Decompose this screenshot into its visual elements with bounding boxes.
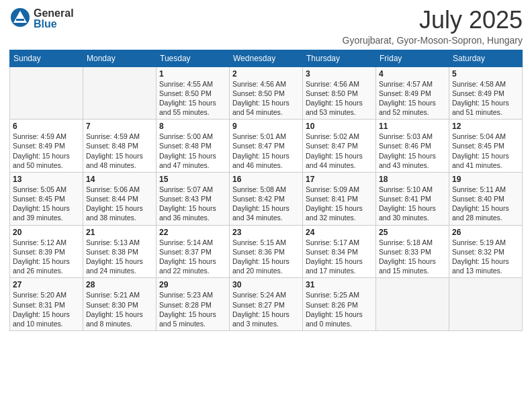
day-info: Sunrise: 5:20 AMSunset: 8:31 PMDaylight:… — [13, 290, 80, 328]
day-number: 5 — [452, 69, 519, 79]
day-info: Sunrise: 5:13 AMSunset: 8:38 PMDaylight:… — [86, 238, 153, 276]
day-number: 18 — [379, 175, 446, 184]
day-info: Sunrise: 5:11 AMSunset: 8:40 PMDaylight:… — [452, 185, 519, 223]
day-cell: 30Sunrise: 5:24 AMSunset: 8:27 PMDayligh… — [230, 278, 303, 331]
day-cell: 18Sunrise: 5:10 AMSunset: 8:41 PMDayligh… — [376, 172, 449, 225]
day-cell — [376, 278, 449, 331]
day-info: Sunrise: 5:12 AMSunset: 8:39 PMDaylight:… — [13, 238, 80, 276]
logo-general: General — [34, 8, 74, 19]
day-number: 21 — [86, 228, 153, 237]
day-info: Sunrise: 4:59 AMSunset: 8:48 PMDaylight:… — [86, 132, 153, 170]
day-cell — [83, 66, 157, 120]
day-number: 19 — [452, 175, 519, 184]
week-row-3: 13Sunrise: 5:05 AMSunset: 8:45 PMDayligh… — [10, 172, 523, 225]
col-header-monday: Monday — [83, 50, 157, 66]
day-info: Sunrise: 5:25 AMSunset: 8:26 PMDaylight:… — [306, 290, 373, 328]
day-cell: 12Sunrise: 5:04 AMSunset: 8:45 PMDayligh… — [449, 120, 523, 173]
week-row-2: 6Sunrise: 4:59 AMSunset: 8:49 PMDaylight… — [10, 120, 523, 173]
day-cell: 20Sunrise: 5:12 AMSunset: 8:39 PMDayligh… — [10, 225, 83, 278]
day-info: Sunrise: 4:57 AMSunset: 8:49 PMDaylight:… — [379, 79, 446, 118]
day-number: 7 — [86, 122, 153, 131]
day-cell: 3Sunrise: 4:56 AMSunset: 8:50 PMDaylight… — [303, 66, 376, 120]
day-number: 9 — [232, 122, 300, 131]
day-cell: 19Sunrise: 5:11 AMSunset: 8:40 PMDayligh… — [449, 172, 523, 225]
day-cell — [449, 278, 523, 331]
col-header-friday: Friday — [376, 50, 449, 66]
day-number: 24 — [306, 228, 373, 237]
day-info: Sunrise: 4:59 AMSunset: 8:49 PMDaylight:… — [13, 132, 80, 170]
day-info: Sunrise: 5:18 AMSunset: 8:33 PMDaylight:… — [379, 238, 446, 276]
day-number: 22 — [159, 228, 226, 237]
col-header-thursday: Thursday — [303, 50, 376, 66]
header: General Blue July 2025 Gyorujbarat, Gyor… — [9, 7, 523, 46]
day-number: 30 — [232, 280, 300, 289]
day-number: 14 — [86, 175, 153, 184]
day-info: Sunrise: 5:00 AMSunset: 8:48 PMDaylight:… — [159, 132, 226, 170]
calendar: SundayMondayTuesdayWednesdayThursdayFrid… — [9, 50, 523, 331]
week-row-1: 1Sunrise: 4:55 AMSunset: 8:50 PMDaylight… — [10, 66, 523, 120]
day-number: 16 — [232, 175, 300, 184]
day-number: 12 — [452, 122, 519, 131]
day-cell: 10Sunrise: 5:02 AMSunset: 8:47 PMDayligh… — [303, 120, 376, 173]
svg-rect-2 — [16, 19, 24, 21]
day-number: 1 — [159, 69, 226, 79]
col-header-saturday: Saturday — [449, 50, 523, 66]
day-cell: 21Sunrise: 5:13 AMSunset: 8:38 PMDayligh… — [83, 225, 157, 278]
day-number: 27 — [13, 280, 80, 289]
day-info: Sunrise: 5:08 AMSunset: 8:42 PMDaylight:… — [232, 185, 300, 223]
week-row-5: 27Sunrise: 5:20 AMSunset: 8:31 PMDayligh… — [10, 278, 523, 331]
day-info: Sunrise: 4:56 AMSunset: 8:50 PMDaylight:… — [306, 79, 373, 118]
day-cell: 28Sunrise: 5:21 AMSunset: 8:30 PMDayligh… — [83, 278, 157, 331]
logo-text: General Blue — [34, 8, 74, 30]
day-info: Sunrise: 4:58 AMSunset: 8:49 PMDaylight:… — [452, 79, 519, 118]
location: Gyorujbarat, Gyor-Moson-Sopron, Hungary — [343, 35, 523, 46]
day-cell: 5Sunrise: 4:58 AMSunset: 8:49 PMDaylight… — [449, 66, 523, 120]
day-cell: 13Sunrise: 5:05 AMSunset: 8:45 PMDayligh… — [10, 172, 83, 225]
day-number: 3 — [306, 69, 373, 79]
day-info: Sunrise: 5:24 AMSunset: 8:27 PMDaylight:… — [232, 290, 300, 328]
week-row-4: 20Sunrise: 5:12 AMSunset: 8:39 PMDayligh… — [10, 225, 523, 278]
day-info: Sunrise: 5:01 AMSunset: 8:47 PMDaylight:… — [232, 132, 300, 170]
day-cell: 1Sunrise: 4:55 AMSunset: 8:50 PMDaylight… — [157, 66, 230, 120]
day-number: 26 — [452, 228, 519, 237]
logo-icon — [9, 7, 31, 28]
day-number: 25 — [379, 228, 446, 237]
day-number: 15 — [159, 175, 226, 184]
day-cell: 2Sunrise: 4:56 AMSunset: 8:50 PMDaylight… — [230, 66, 303, 120]
day-number: 17 — [306, 175, 373, 184]
day-number: 23 — [232, 228, 300, 237]
day-cell: 27Sunrise: 5:20 AMSunset: 8:31 PMDayligh… — [10, 278, 83, 331]
day-info: Sunrise: 5:14 AMSunset: 8:37 PMDaylight:… — [159, 238, 226, 276]
col-header-sunday: Sunday — [10, 50, 83, 66]
day-number: 8 — [159, 122, 226, 131]
title-section: July 2025 Gyorujbarat, Gyor-Moson-Sopron… — [343, 7, 523, 46]
logo: General Blue — [9, 7, 74, 31]
day-info: Sunrise: 5:23 AMSunset: 8:28 PMDaylight:… — [159, 290, 226, 328]
day-cell: 31Sunrise: 5:25 AMSunset: 8:26 PMDayligh… — [303, 278, 376, 331]
day-cell: 26Sunrise: 5:19 AMSunset: 8:32 PMDayligh… — [449, 225, 523, 278]
day-info: Sunrise: 5:19 AMSunset: 8:32 PMDaylight:… — [452, 238, 519, 276]
day-number: 31 — [306, 280, 373, 289]
day-cell: 7Sunrise: 4:59 AMSunset: 8:48 PMDaylight… — [83, 120, 157, 173]
day-info: Sunrise: 5:06 AMSunset: 8:44 PMDaylight:… — [86, 185, 153, 223]
day-cell: 22Sunrise: 5:14 AMSunset: 8:37 PMDayligh… — [157, 225, 230, 278]
day-cell: 24Sunrise: 5:17 AMSunset: 8:34 PMDayligh… — [303, 225, 376, 278]
col-header-tuesday: Tuesday — [157, 50, 230, 66]
day-cell: 4Sunrise: 4:57 AMSunset: 8:49 PMDaylight… — [376, 66, 449, 120]
day-info: Sunrise: 5:17 AMSunset: 8:34 PMDaylight:… — [306, 238, 373, 276]
col-header-wednesday: Wednesday — [230, 50, 303, 66]
day-info: Sunrise: 4:55 AMSunset: 8:50 PMDaylight:… — [159, 79, 226, 118]
day-number: 20 — [13, 228, 80, 237]
day-cell: 15Sunrise: 5:07 AMSunset: 8:43 PMDayligh… — [157, 172, 230, 225]
day-cell: 17Sunrise: 5:09 AMSunset: 8:41 PMDayligh… — [303, 172, 376, 225]
day-cell: 6Sunrise: 4:59 AMSunset: 8:49 PMDaylight… — [10, 120, 83, 173]
day-number: 6 — [13, 122, 80, 131]
day-cell: 16Sunrise: 5:08 AMSunset: 8:42 PMDayligh… — [230, 172, 303, 225]
header-row: SundayMondayTuesdayWednesdayThursdayFrid… — [10, 50, 523, 66]
day-cell: 23Sunrise: 5:15 AMSunset: 8:36 PMDayligh… — [230, 225, 303, 278]
day-info: Sunrise: 5:09 AMSunset: 8:41 PMDaylight:… — [306, 185, 373, 223]
day-number: 28 — [86, 280, 153, 289]
day-number: 13 — [13, 175, 80, 184]
day-cell: 14Sunrise: 5:06 AMSunset: 8:44 PMDayligh… — [83, 172, 157, 225]
day-info: Sunrise: 5:15 AMSunset: 8:36 PMDaylight:… — [232, 238, 300, 276]
